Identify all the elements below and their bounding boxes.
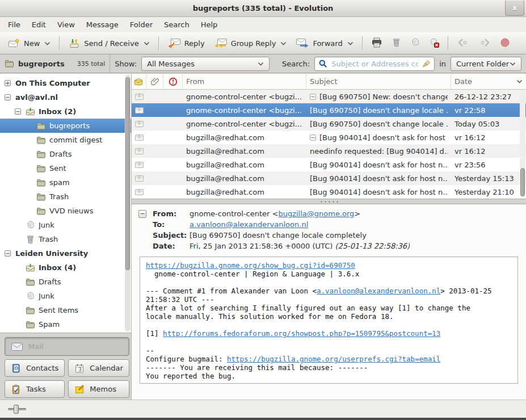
body-line: locale manually. This solution worked fo… <box>146 312 512 321</box>
sidebar-item-sent-items[interactable]: Sent Items <box>0 303 131 317</box>
sidebar-item-drafts[interactable]: Drafts <box>0 147 131 161</box>
memos-button[interactable]: Memos <box>68 380 129 398</box>
menu-view[interactable]: View <box>52 18 81 31</box>
tasks-icon <box>11 384 21 394</box>
collapse-headers-button[interactable]: − <box>138 210 146 218</box>
sidebar-scrollbar-thumb[interactable] <box>125 77 130 270</box>
message-list-scrollbar[interactable] <box>520 91 525 198</box>
message-list: gnome-control-center <bugzi...−[Bug 6907… <box>132 90 526 199</box>
sidebar-item-inbox-4[interactable]: Inbox (4) <box>0 261 131 275</box>
subject-value: [Bug 690750] doesn't change locale compl… <box>190 231 367 240</box>
sidebar-item-on-this-computer[interactable]: +On This Computer <box>0 76 131 90</box>
column-menu-chevron-icon[interactable] <box>516 79 523 83</box>
tree-expander[interactable]: − <box>15 108 21 115</box>
delete-button[interactable] <box>387 35 406 52</box>
slider-grip[interactable] <box>14 405 19 414</box>
sidebar-item-junk[interactable]: Junk <box>0 289 131 303</box>
to-email-link[interactable]: a.vanloon@alexandervanloon.nl <box>190 220 308 229</box>
body-link[interactable]: https://bugzilla.gnome.org/show_bug.cgi?… <box>146 261 355 270</box>
reply-button[interactable]: Reply <box>163 35 209 51</box>
menu-help[interactable]: Help <box>195 18 224 31</box>
chevron-down-icon[interactable] <box>44 41 51 45</box>
sidebar-item-junk[interactable]: Junk <box>0 218 131 232</box>
filter-bar: bugreports 335 total Show: All Messages … <box>0 54 526 73</box>
forward-button[interactable]: Forward <box>291 35 357 51</box>
date-column-header[interactable]: Date <box>451 74 526 89</box>
not-junk-button[interactable] <box>424 35 444 52</box>
menu-folder[interactable]: Folder <box>124 18 158 31</box>
sidebar-item-commit-digest[interactable]: commit digest <box>0 133 131 147</box>
pane-splitter[interactable] <box>132 199 526 204</box>
send-receive-button[interactable]: Send / Receive <box>64 35 154 51</box>
from-cell: gnome-control-center <bugzi... <box>183 106 306 115</box>
tree-expander[interactable]: − <box>5 250 11 257</box>
status-column-header[interactable] <box>132 74 146 89</box>
chevron-down-icon[interactable] <box>280 41 287 45</box>
calendar-button[interactable]: 3Calendar <box>68 359 129 377</box>
sidebar-item-bugreports[interactable]: bugreports <box>0 119 131 133</box>
body-line: --- Comment #1 from Alexander van Loon <… <box>146 287 512 295</box>
group-reply-button[interactable]: Group Reply <box>209 35 292 51</box>
menu-file[interactable]: File <box>2 18 26 31</box>
mail-button[interactable]: Mail <box>5 337 129 356</box>
menu-edit[interactable]: Edit <box>26 18 52 31</box>
sidebar-item-drafts[interactable]: Drafts <box>0 275 131 289</box>
chevron-down-icon[interactable] <box>144 41 150 45</box>
sidebar-item-avl-avl-nl[interactable]: −avl@avl.nl <box>0 90 131 104</box>
chevron-down-icon[interactable] <box>347 41 354 45</box>
stop-button[interactable] <box>495 35 515 52</box>
body-line <box>146 338 512 346</box>
subject-column-header[interactable]: Subject <box>306 74 451 89</box>
new-button[interactable]: New <box>3 35 55 51</box>
search-scope-dropdown[interactable]: Current Folder <box>451 57 521 71</box>
show-filter-dropdown[interactable]: All Messages <box>141 57 270 71</box>
sidebar-item-trash[interactable]: Trash <box>0 190 131 204</box>
menu-search[interactable]: Search <box>158 18 195 31</box>
message-row[interactable]: bugzilla@redhat.com−[Bug 904014] doesn't… <box>132 131 526 144</box>
body-text: After a lot of searching I finally figur… <box>146 304 470 312</box>
attachment-column-header[interactable] <box>146 74 163 89</box>
clear-search-icon[interactable] <box>422 60 431 68</box>
next-button[interactable] <box>474 35 495 52</box>
message-row[interactable]: gnome-control-center <bugzi...−[Bug 6907… <box>132 90 526 103</box>
search-input[interactable] <box>330 59 419 69</box>
sidebar-item-sent[interactable]: Sent <box>0 161 131 175</box>
sidebar-item-spam[interactable]: spam <box>0 175 131 190</box>
tree-expander[interactable]: + <box>5 80 11 86</box>
sidebar-scrollbar[interactable] <box>125 75 131 331</box>
sidebar-item-trash[interactable]: Trash <box>0 232 131 246</box>
message-row[interactable]: bugzilla@redhat.com[Bug 904014] doesn't … <box>132 185 526 199</box>
from-column-header[interactable]: From <box>183 74 306 89</box>
message-row[interactable]: gnome-control-center <bugzi...[Bug 69075… <box>132 117 526 131</box>
print-button[interactable] <box>367 35 387 52</box>
body-line: ------- You are receiving this mail beca… <box>146 363 512 372</box>
search-icon <box>318 59 327 68</box>
thread-collapse-toggle[interactable]: − <box>310 94 316 100</box>
message-row[interactable]: bugzilla@redhat.comneedinfo requested: [… <box>132 144 526 158</box>
sidebar-item-leiden-university[interactable]: −Leiden University <box>0 246 131 261</box>
priority-column-header[interactable] <box>163 74 183 89</box>
tree-expander[interactable]: − <box>5 94 11 100</box>
menu-message[interactable]: Message <box>81 18 124 31</box>
contacts-button[interactable]: Contacts <box>5 359 65 377</box>
search-field[interactable] <box>314 57 435 71</box>
junk-button[interactable] <box>406 35 424 52</box>
body-link[interactable]: a.vanloon@alexandervanloon.nl <box>317 287 440 295</box>
previous-button[interactable] <box>452 35 474 52</box>
message-row[interactable]: bugzilla@redhat.com[Bug 904014] doesn't … <box>132 171 526 185</box>
message-row[interactable]: bugzilla@redhat.com[Bug 904014] doesn't … <box>132 158 526 171</box>
body-link[interactable]: https://bugzilla.gnome.org/userprefs.cgi… <box>227 355 440 363</box>
folder-icon <box>36 165 46 173</box>
message-list-scrollbar-thumb[interactable] <box>520 168 525 196</box>
tasks-button[interactable]: Tasks <box>5 380 65 398</box>
sidebar-item-spam[interactable]: Spam <box>0 317 131 331</box>
thread-collapse-toggle[interactable]: − <box>310 135 316 141</box>
from-email-link[interactable]: bugzilla@gnome.org <box>278 209 354 218</box>
message-row[interactable]: gnome-control-center <bugzi...[Bug 69075… <box>132 103 526 117</box>
sidebar-item-inbox-2[interactable]: −Inbox (2) <box>0 104 131 119</box>
switcher-size-slider[interactable] <box>8 408 26 411</box>
sidebar-item-vvd-nieuws[interactable]: VVD nieuws <box>0 204 131 218</box>
close-button[interactable]: x <box>505 1 524 16</box>
body-link[interactable]: http://forums.fedoraforum.org/showpost.p… <box>163 329 440 338</box>
not-junk-icon <box>429 37 439 48</box>
